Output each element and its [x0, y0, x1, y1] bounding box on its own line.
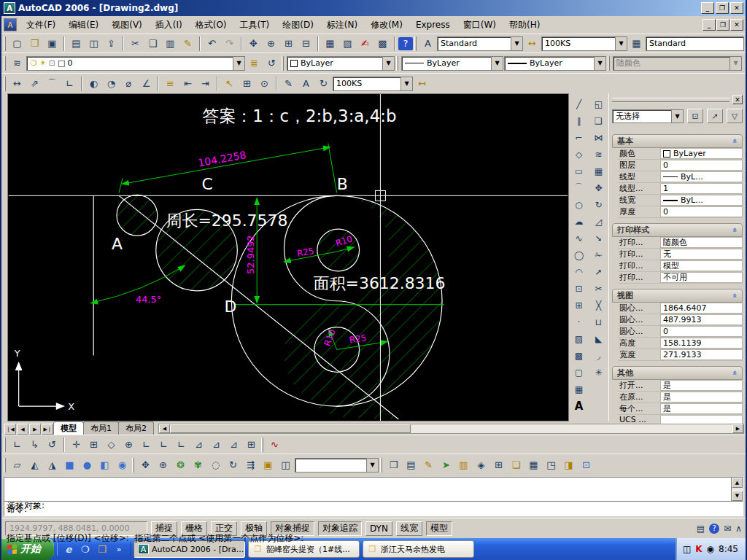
menu-view[interactable]: 视图(V) [105, 17, 149, 34]
ucs-world-icon[interactable]: ↳ [26, 437, 43, 453]
array-icon[interactable]: ▦ [590, 163, 608, 179]
stretch-icon[interactable]: ➘ [590, 230, 608, 246]
scroll-right-icon[interactable]: ▶ [732, 424, 743, 433]
dim-style-dialog-icon[interactable]: ↤ [414, 76, 430, 92]
prop-value[interactable]: 不可用 [660, 272, 743, 283]
menu-window[interactable]: 窗口(W) [457, 17, 503, 34]
prop-row[interactable]: 打开...是 [618, 380, 743, 392]
chevron-down-icon[interactable]: ▼ [400, 77, 412, 90]
ucs-zaxis-icon[interactable]: ∟ [138, 437, 155, 453]
zoom-window-icon[interactable]: ⊞ [280, 36, 297, 52]
center-mark-icon[interactable]: ⊙ [256, 76, 273, 92]
dim-baseline-icon[interactable]: ⇤ [179, 76, 196, 92]
quick-select-icon[interactable]: ▽ [727, 109, 743, 123]
prop-row[interactable]: 线型ByL... [618, 171, 743, 183]
misc-tool-9-icon[interactable]: ▦ [525, 457, 542, 473]
prop-row[interactable]: 线型...1 [618, 183, 743, 195]
toolbar-grip[interactable] [396, 56, 398, 71]
scroll-down-icon[interactable]: ▼ [732, 491, 743, 501]
section-view[interactable]: 视图 « [612, 289, 743, 303]
prop-value[interactable]: 158.1139 [660, 338, 743, 349]
document-icon[interactable]: A [4, 18, 17, 31]
table-style-select[interactable]: Standard [646, 36, 744, 51]
misc-tool-7-icon[interactable]: ⊞ [490, 457, 507, 473]
offset-icon[interactable]: ≋ [590, 146, 608, 163]
copy-clip-icon[interactable]: ❑ [144, 36, 161, 52]
dim-text-edit-icon[interactable]: A [298, 76, 314, 92]
publish-icon[interactable]: ⇪ [103, 36, 120, 52]
tab-layout1[interactable]: 布局1 [83, 421, 119, 435]
palette-close-icon[interactable]: ✕ [732, 95, 743, 104]
ucs-3point-icon[interactable]: ∟ [155, 437, 172, 453]
minimize-icon[interactable]: _ [701, 2, 714, 14]
tab-next-icon[interactable]: ▶ [29, 424, 41, 435]
sun-icon[interactable]: ☀ [39, 58, 47, 68]
scale-icon[interactable]: ◿ [590, 213, 608, 230]
scroll-thumb[interactable] [170, 424, 411, 433]
dim-ordinate-icon[interactable]: ∟ [61, 76, 78, 92]
prop-value[interactable]: 是 [660, 380, 743, 391]
wireframe-3d-icon[interactable]: ◭ [26, 457, 43, 473]
new-icon[interactable]: ▢ [9, 36, 26, 52]
gouraud-shaded-icon[interactable]: ● [79, 457, 96, 473]
menu-help[interactable]: 帮助(H) [503, 17, 546, 34]
chevron-down-icon[interactable]: ▼ [615, 37, 627, 50]
undo-icon[interactable]: ↶ [204, 36, 220, 52]
named-view-select[interactable]: ▼ [295, 458, 379, 472]
table-style-icon[interactable]: ▦ [628, 36, 645, 52]
doc-restore-icon[interactable]: ❐ [716, 19, 729, 31]
section-misc[interactable]: 其他 « [612, 366, 743, 380]
move-icon[interactable]: ✥ [590, 179, 608, 196]
polyline-icon[interactable]: ⌐ [570, 129, 588, 146]
prop-value[interactable]: 随颜色 [660, 237, 743, 248]
ucs-icon-btn[interactable]: ∟ [9, 437, 26, 453]
prop-value[interactable]: 0 [660, 160, 743, 171]
lineweight-select[interactable]: ByLayer ▼ [504, 56, 606, 71]
prop-row[interactable]: 线宽ByL... [618, 195, 743, 206]
hidden-icon[interactable]: ◮ [44, 457, 61, 473]
adjust-distance-icon[interactable]: ↻ [225, 457, 241, 473]
toolbar-grip[interactable] [261, 438, 263, 452]
zoom-realtime-icon[interactable]: ⊕ [263, 36, 279, 52]
toolbar-grip[interactable] [380, 458, 382, 472]
prop-value[interactable]: 1 [660, 183, 743, 194]
save-icon[interactable]: ▣ [44, 36, 61, 52]
misc-tool-6-icon[interactable]: ◈ [473, 457, 489, 473]
prop-row[interactable]: 打印...不可用 [618, 272, 743, 284]
prop-row[interactable]: 宽度271.9133 [618, 349, 743, 361]
copy-icon[interactable]: ❑ [590, 112, 608, 129]
dim-style-select[interactable]: 100KS ▼ [541, 36, 627, 51]
ellipse-arc-icon[interactable]: ◠ [570, 263, 588, 280]
misc-tool-4-icon[interactable]: ➤ [438, 457, 454, 473]
doc-minimize-icon[interactable]: _ [703, 19, 716, 31]
dim-radius-icon[interactable]: ◐ [85, 76, 102, 92]
insert-block-icon[interactable]: ⊡ [570, 280, 588, 297]
dim-style-icon[interactable]: ↔ [524, 36, 541, 52]
ucs-previous-icon[interactable]: ↺ [44, 437, 61, 453]
horizontal-scrollbar[interactable]: ◀ ▶ [158, 424, 744, 434]
flat-edges-icon[interactable]: ◧ [96, 457, 113, 473]
collapse-icon[interactable]: « [730, 139, 740, 144]
chevron-down-icon[interactable]: ▼ [671, 110, 683, 122]
scroll-up-icon[interactable]: ▲ [732, 478, 743, 488]
region-icon[interactable]: ▢ [570, 364, 588, 381]
toolbar-grip[interactable] [4, 77, 6, 91]
dim-style-select-2[interactable]: 100KS ▼ [333, 77, 413, 91]
dim-aligned-icon[interactable]: ⇗ [26, 76, 43, 92]
line-icon[interactable]: ╱ [570, 96, 588, 112]
prop-value[interactable]: 是 [660, 403, 743, 414]
make-block-icon[interactable]: ⊞ [570, 297, 588, 314]
toolbar-grip[interactable] [414, 36, 417, 51]
tab-layout2[interactable]: 布局2 [118, 421, 154, 435]
prop-value[interactable]: 1864.6407 [660, 303, 743, 314]
collapse-icon[interactable]: « [730, 293, 740, 298]
menu-express[interactable]: Express [409, 18, 457, 32]
circle-icon[interactable]: ○ [570, 196, 588, 213]
ucs-z-icon[interactable]: ⊿ [208, 437, 225, 453]
view-dialog-icon[interactable]: ◫ [277, 457, 294, 473]
swivel-icon[interactable]: ◌ [207, 457, 224, 473]
fillet-icon[interactable]: ◞ [590, 347, 608, 364]
section-plot-style[interactable]: 打印样式 « [612, 223, 743, 237]
point-icon[interactable]: · [570, 314, 588, 330]
dim-linear-icon[interactable]: ↔ [9, 76, 26, 92]
